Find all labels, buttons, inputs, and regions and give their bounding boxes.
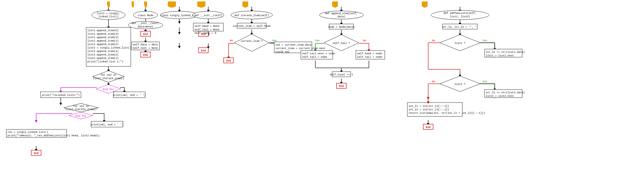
svg-text:list1.append_item(5): list1.append_item(5): [87, 29, 119, 32]
svg-rect-115: [132, 42, 159, 50]
svg-text:self.tail = None: self.tail = None: [194, 28, 219, 31]
svg-point-170: [431, 10, 489, 20]
svg-rect-74: [86, 27, 131, 66]
svg-text:Yes: Yes: [315, 39, 320, 42]
svg-text:self.tail ?: self.tail ?: [333, 42, 350, 45]
svg-marker-70: [108, 1, 110, 8]
svg-rect-118: [141, 52, 150, 57]
svg-text:str_l1 += str(list1.data): str_l1 += str(list1.data): [486, 51, 525, 54]
svg-text:def iterate_item(self): def iterate_item(self): [235, 14, 269, 17]
svg-text:Yes: Yes: [272, 39, 277, 42]
svg-rect-159: [301, 51, 333, 59]
svg-text:list1.append_item(1): list1.append_item(1): [87, 40, 119, 42]
svg-marker-97: [69, 112, 93, 119]
svg-text:End for: End for: [103, 88, 114, 91]
svg-text:Yes: Yes: [483, 39, 487, 42]
svg-text:list1 = singly_: list1 = singly_: [97, 12, 120, 15]
svg-text:No: No: [363, 39, 366, 42]
svg-marker-169: [422, 1, 428, 8]
svg-text:print("Linked list 1:"): print("Linked list 1:"): [87, 60, 123, 63]
svg-marker-88: [96, 85, 121, 93]
svg-point-150: [319, 11, 363, 19]
pin7: [422, 1, 425, 7]
svg-point-71: [92, 10, 125, 20]
svg-point-135: [231, 11, 273, 19]
svg-rect-92: [113, 92, 145, 98]
svg-marker-175: [440, 35, 480, 51]
canvas: list1 = singly_ linked_list() list1.appe…: [0, 0, 644, 186]
svg-text:End: End: [339, 85, 344, 88]
svg-rect-153: [329, 24, 354, 29]
svg-text:list2 = list2.next: list2 = list2.next: [486, 95, 514, 98]
svg-text:No: No: [432, 39, 435, 42]
svg-text:node = Node(data): node = Node(data): [328, 26, 355, 29]
svg-marker-155: [324, 35, 359, 51]
svg-marker-94: [64, 103, 98, 112]
svg-text:class singly_linked_list: class singly_linked_list: [161, 14, 198, 17]
svg-text:self.head = None: self.head = None: [194, 25, 219, 28]
svg-rect-143: [224, 58, 233, 63]
svg-text:list1.append_item(4): list1.append_item(4): [87, 33, 119, 36]
svg-text:self.head = node: self.head = node: [357, 52, 382, 55]
svg-rect-128: [193, 23, 223, 31]
svg-text:list1.append_item(2): list1.append_item(2): [87, 43, 119, 46]
svg-marker-123: [197, 1, 205, 8]
svg-text:list1.append_item(3): list1.append_item(3): [87, 36, 119, 39]
svg-text:linked_list(): linked_list(): [98, 15, 119, 18]
svg-rect-132: [198, 48, 208, 53]
svg-text:self.count = 0: self.count = 0: [194, 32, 216, 35]
svg-rect-113: [141, 31, 150, 36]
svg-rect-165: [332, 72, 351, 77]
svg-text:for val in: for val in: [73, 105, 89, 108]
svg-text:No: No: [432, 80, 435, 83]
svg-marker-134: [242, 1, 248, 8]
svg-text:self.data = data: self.data = data: [133, 43, 158, 46]
svg-text:No: No: [230, 39, 233, 42]
svg-text:self.next = None: self.next = None: [133, 47, 158, 50]
svg-text:list2.append_item(4): list2.append_item(4): [87, 50, 119, 53]
svg-rect-173: [443, 24, 477, 29]
svg-marker-85: [93, 71, 124, 82]
svg-text:self.tail = node: self.tail = node: [302, 56, 327, 59]
svg-text:val = current_item.data: val = current_item.data: [275, 44, 312, 46]
svg-rect-186: [485, 90, 522, 98]
svg-rect-179: [485, 49, 522, 57]
svg-text:def append_item(self,: def append_item(self,: [325, 12, 358, 15]
svg-rect-104: [31, 150, 41, 155]
svg-text:End: End: [201, 33, 206, 36]
svg-text:list1.iterate_item(): list1.iterate_item(): [93, 77, 124, 80]
svg-text:print("\nLinked list2:"): print("\nLinked list2:"): [42, 94, 80, 97]
svg-text:def addTwoLists(self,: def addTwoLists(self,: [444, 12, 476, 15]
svg-text:for val in: for val in: [101, 74, 116, 77]
svg-rect-90: [41, 92, 81, 98]
svg-point-124: [193, 11, 224, 19]
svg-rect-189: [407, 103, 462, 116]
svg-marker-109: [132, 1, 134, 8]
svg-text:list2.iterate_item(): list2.iterate_item(): [65, 108, 97, 111]
svg-point-121: [160, 11, 198, 19]
svg-text:list2 ?: list2 ?: [455, 83, 465, 86]
svg-text:return list(map(int, str(int_l: return list(map(int, str(int_l1 + int_l2…: [409, 112, 485, 115]
svg-text:list2.append_item(2): list2.append_item(2): [87, 53, 119, 56]
svg-marker-182: [440, 76, 480, 92]
svg-marker-149: [332, 1, 338, 8]
svg-text:list1 = list1.next: list1 = list1.next: [486, 54, 514, 57]
svg-text:def __init__(self): def __init__(self): [194, 14, 222, 17]
svg-text:int_l2 = int(str_l2[::-1]): int_l2 = int(str_l2[::-1]): [409, 108, 449, 111]
svg-rect-193: [423, 124, 433, 129]
svg-text:data): data): [337, 15, 345, 18]
svg-rect-99: [91, 121, 123, 127]
svg-text:End: End: [426, 126, 430, 129]
svg-text:End for: End for: [76, 115, 87, 118]
svg-marker-106: [145, 1, 147, 8]
svg-text:list2.append_item(1): list2.append_item(1): [87, 57, 119, 60]
svg-text:print(val, end = ' '): print(val, end = ' '): [91, 123, 123, 126]
arrows-svg: list1 = singly_ linked_list() list1.appe…: [0, 0, 644, 186]
svg-rect-162: [356, 51, 385, 59]
svg-rect-101: [6, 129, 67, 137]
svg-text:class Node: class Node: [138, 14, 153, 17]
svg-text:res = singly_linked_list(): res = singly_linked_list(): [8, 131, 48, 134]
svg-text:current_item = current_item.ne: current_item = current_item.next: [275, 47, 325, 50]
svg-text:int_l1 = int(str_l1[::-1]): int_l1 = int(str_l1[::-1]): [409, 105, 449, 108]
svg-text:End: End: [143, 33, 148, 36]
